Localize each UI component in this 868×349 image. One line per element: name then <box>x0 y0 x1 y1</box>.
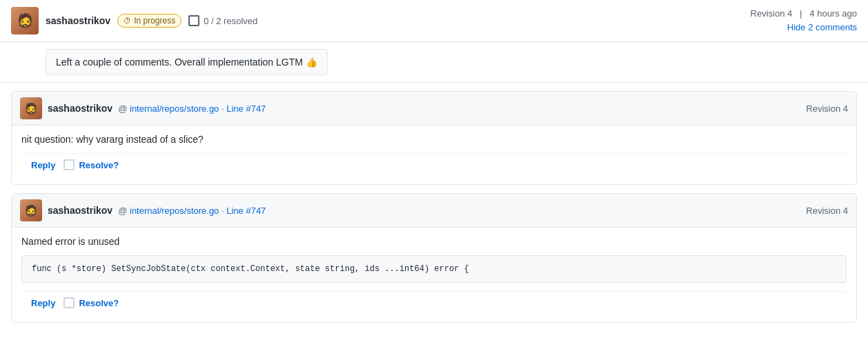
comment-header-left-1: 🧔 sashaostrikov @ internal/repos/store.g… <box>20 97 266 119</box>
hide-comments-link[interactable]: Hide 2 comments <box>787 22 857 32</box>
comment-avatar-2: 🧔 <box>20 199 42 221</box>
repo-link-2[interactable]: internal/repos/store.go <box>130 206 219 216</box>
review-username: sashaostrikov <box>46 15 110 26</box>
review-body-text: Left a couple of comments. Overall imple… <box>46 49 328 75</box>
badge-label: In progress <box>134 16 175 26</box>
resolved-count-text: 0 / 2 resolved <box>204 16 257 26</box>
comment-footer-2: Reply Resolve? <box>21 291 847 314</box>
comment-avatar-1: 🧔 <box>20 97 42 119</box>
time-ago: 4 hours ago <box>809 8 857 19</box>
comment-body-1: nit question: why vararg instead of a sl… <box>12 126 856 184</box>
resolve-label-1[interactable]: Resolve? <box>79 160 119 170</box>
resolve-checkbox-box-2[interactable] <box>63 297 75 308</box>
comment-block-2: 🧔 sashaostrikov @ internal/repos/store.g… <box>11 193 857 323</box>
avatar: 🧔 <box>11 7 39 34</box>
comment-text-2: Named error is unused <box>21 236 847 247</box>
line-link-2[interactable]: Line #747 <box>226 206 266 216</box>
avatar-image: 🧔 <box>11 7 39 34</box>
review-body: Left a couple of comments. Overall imple… <box>0 42 868 83</box>
comment-revision-2: Revision 4 <box>806 206 848 216</box>
comment-block-1: 🧔 sashaostrikov @ internal/repos/store.g… <box>11 91 857 185</box>
separator-1: · <box>221 103 224 114</box>
reply-button-2[interactable]: Reply <box>31 298 55 308</box>
at-symbol-1: @ <box>118 103 127 114</box>
comment-username-1: sashaostrikov <box>48 103 112 114</box>
repo-link-1[interactable]: internal/repos/store.go <box>130 103 219 114</box>
comment-header-1: 🧔 sashaostrikov @ internal/repos/store.g… <box>12 92 856 126</box>
review-header: 🧔 sashaostrikov ⏱ In progress 0 / 2 reso… <box>0 0 868 42</box>
resolve-checkbox-box-1[interactable] <box>63 159 75 170</box>
revision-label: Revision 4 <box>751 8 793 19</box>
comment-text-1: nit question: why vararg instead of a sl… <box>21 134 847 145</box>
review-meta: Revision 4 | 4 hours ago Hide 2 comments <box>751 7 857 34</box>
review-revision-time: Revision 4 | 4 hours ago <box>751 7 857 21</box>
comment-location-1: @ internal/repos/store.go · Line #747 <box>118 103 266 114</box>
in-progress-badge: ⏱ In progress <box>117 14 181 28</box>
resolve-label-2[interactable]: Resolve? <box>79 298 119 308</box>
comment-username-2: sashaostrikov <box>48 205 112 216</box>
review-header-left: 🧔 sashaostrikov ⏱ In progress 0 / 2 reso… <box>11 7 751 34</box>
comment-body-2: Named error is unused func (s *store) Se… <box>12 228 856 322</box>
resolve-checkbox-2[interactable]: Resolve? <box>63 297 119 308</box>
separator-2: · <box>221 206 224 216</box>
reply-button-1[interactable]: Reply <box>31 160 55 170</box>
badge-icon: ⏱ <box>124 17 131 25</box>
comment-footer-1: Reply Resolve? <box>21 153 847 176</box>
line-link-1[interactable]: Line #747 <box>226 103 266 114</box>
resolved-checkbox-icon <box>188 15 199 26</box>
resolve-checkbox-1[interactable]: Resolve? <box>63 159 119 170</box>
comment-header-left-2: 🧔 sashaostrikov @ internal/repos/store.g… <box>20 199 266 221</box>
resolved-count: 0 / 2 resolved <box>188 15 257 26</box>
at-symbol-2: @ <box>118 206 127 216</box>
code-block-2: func (s *store) SetSyncJobState(ctx cont… <box>21 255 847 283</box>
comment-location-2: @ internal/repos/store.go · Line #747 <box>118 206 266 216</box>
comment-revision-1: Revision 4 <box>806 103 848 114</box>
comment-header-2: 🧔 sashaostrikov @ internal/repos/store.g… <box>12 194 856 228</box>
